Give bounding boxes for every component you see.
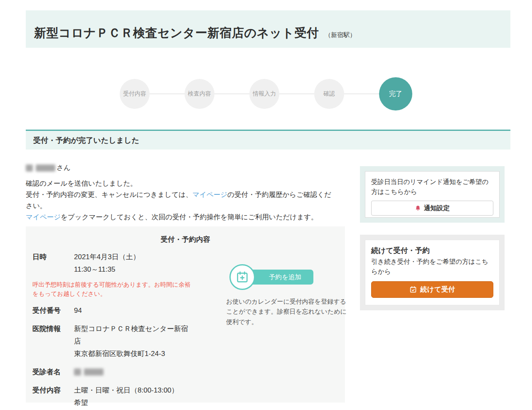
page: 新型コロナＰＣＲ検査センター新宿店のネット受付 （新宿駅） 受付内容 検査内容 …	[0, 0, 532, 410]
change-text-prefix: 受付・予約内容の変更、キャンセルにつきましては、	[26, 191, 192, 198]
mypage-link[interactable]: マイページ	[26, 213, 61, 221]
step-connector	[279, 93, 314, 94]
reception-value: 土曜・日曜・祝日（8:00-13:00） 希望	[74, 384, 178, 409]
calendar-plus-circle	[229, 264, 255, 290]
step-connector	[344, 93, 379, 94]
step-connector	[150, 93, 185, 94]
step-connector	[214, 93, 249, 94]
patient-value	[74, 366, 105, 378]
redacted-patient-name	[74, 368, 81, 376]
page-title: 新型コロナＰＣＲ検査センター新宿店のネット受付	[34, 27, 319, 39]
calendar-plus-icon	[236, 270, 249, 284]
receipt-number-value: 94	[74, 304, 82, 317]
step-confirm: 確認	[314, 79, 344, 109]
summary-columns: 日時 2021年4月3日（土） 11:30～11:35 呼出予想時刻は前後する可…	[32, 251, 338, 410]
continue-reception-button[interactable]: 続けて受付	[371, 281, 493, 298]
detail-row-clinic: 医院情報 新型コロナＰＣＲ検査センター新宿 店 東京都新宿区歌舞伎町1-24-3	[32, 323, 224, 360]
detail-row-datetime: 日時 2021年4月3日（土） 11:30～11:35	[32, 251, 224, 276]
add-to-calendar-widget: 予約を追加 お使いのカレンダーに受付内容を登録することができます。診察日を忘れな…	[226, 251, 347, 410]
add-to-calendar-control[interactable]: 予約を追加	[226, 264, 347, 292]
continue-card: 続けて受付・予約 引き続き受付・予約をご希望の方はこちらから 続けて受付	[365, 240, 500, 305]
change-cancel-text: 受付・予約内容の変更、キャンセルにつきましては、マイページの受付・予約履歴からご…	[26, 189, 335, 211]
header: 新型コロナＰＣＲ検査センター新宿店のネット受付 （新宿駅）	[26, 10, 510, 48]
mypage-link[interactable]: マイページ	[192, 191, 227, 198]
station-label: （新宿駅）	[325, 31, 356, 39]
notification-settings-label: 通知設定	[424, 204, 450, 213]
mail-sent-text: 確認のメールを送信いたしました。	[26, 178, 335, 189]
detail-row-receipt-number: 受付番号 94	[32, 304, 224, 317]
bookmark-text: マイページをブックマークしておくと、次回の受付・予約操作を簡単にご利用いただけま…	[26, 211, 335, 223]
step-test-details: 検査内容	[185, 79, 214, 109]
step-info-input: 情報入力	[249, 79, 279, 109]
reservation-summary-box: 受付・予約内容 日時 2021年4月3日（土） 11:30～11:35 呼出予想…	[26, 226, 345, 403]
reminder-text: 受診日当日のリマインド通知をご希望の方はこちらから	[371, 177, 493, 197]
progress-stepper: 受付内容 検査内容 情報入力 確認 完了	[0, 77, 532, 111]
reservation-details: 日時 2021年4月3日（土） 11:30～11:35 呼出予想時刻は前後する可…	[32, 251, 224, 410]
detail-row-reception: 受付内容 土曜・日曜・祝日（8:00-13:00） 希望	[32, 384, 224, 409]
time-warning-text: 呼出予想時刻は前後する可能性があります。お時間に余裕をもってお越しください。	[32, 280, 195, 299]
continue-text: 引き続き受付・予約をご希望の方はこちらから	[371, 257, 493, 277]
datetime-label: 日時	[32, 251, 74, 276]
bookmark-text-suffix: をブックマークしておくと、次回の受付・予約操作を簡単にご利用いただけます。	[61, 213, 318, 221]
datetime-value: 2021年4月3日（土） 11:30～11:35	[74, 251, 140, 276]
greeting-suffix: さん	[57, 163, 71, 172]
detail-row-patient: 受診者名	[32, 366, 224, 378]
step-complete: 完了	[379, 77, 412, 110]
clinic-value: 新型コロナＰＣＲ検査センター新宿 店 東京都新宿区歌舞伎町1-24-3	[74, 323, 188, 360]
section-title-bar: 受付・予約が完了いたしました	[26, 130, 510, 150]
continue-reception-label: 続けて受付	[420, 285, 455, 294]
calendar-description: お使いのカレンダーに受付内容を登録することができます。診察日を忘れないために便利…	[226, 297, 349, 327]
main-content: さん 確認のメールを送信いたしました。 受付・予約内容の変更、キャンセルにつきま…	[26, 163, 335, 223]
receipt-number-label: 受付番号	[32, 304, 74, 317]
add-reservation-button[interactable]: 予約を追加	[248, 270, 313, 285]
patient-label: 受診者名	[32, 366, 74, 378]
continue-title: 続けて受付・予約	[371, 246, 493, 255]
header-inner: 新型コロナＰＣＲ検査センター新宿店のネット受付 （新宿駅）	[34, 27, 356, 39]
summary-title: 受付・予約内容	[32, 235, 338, 244]
section-title: 受付・予約が完了いたしました	[33, 135, 139, 145]
reminder-panel: 受診日当日のリマインド通知をご希望の方はこちらから 通知設定	[360, 166, 505, 223]
notification-settings-button[interactable]: 通知設定	[371, 201, 493, 216]
reminder-card: 受診日当日のリマインド通知をご希望の方はこちらから 通知設定	[365, 171, 500, 218]
continue-panel: 続けて受付・予約 引き続き受付・予約をご希望の方はこちらから 続けて受付	[360, 235, 505, 310]
redacted-patient-name	[84, 368, 103, 376]
reception-label: 受付内容	[32, 384, 74, 409]
greeting: さん	[26, 163, 335, 173]
calendar-check-icon	[409, 286, 417, 293]
clinic-label: 医院情報	[32, 323, 74, 360]
step-reception-details: 受付内容	[120, 79, 150, 109]
redacted-name	[36, 164, 55, 172]
redacted-name	[26, 164, 33, 172]
bell-icon	[415, 205, 421, 211]
